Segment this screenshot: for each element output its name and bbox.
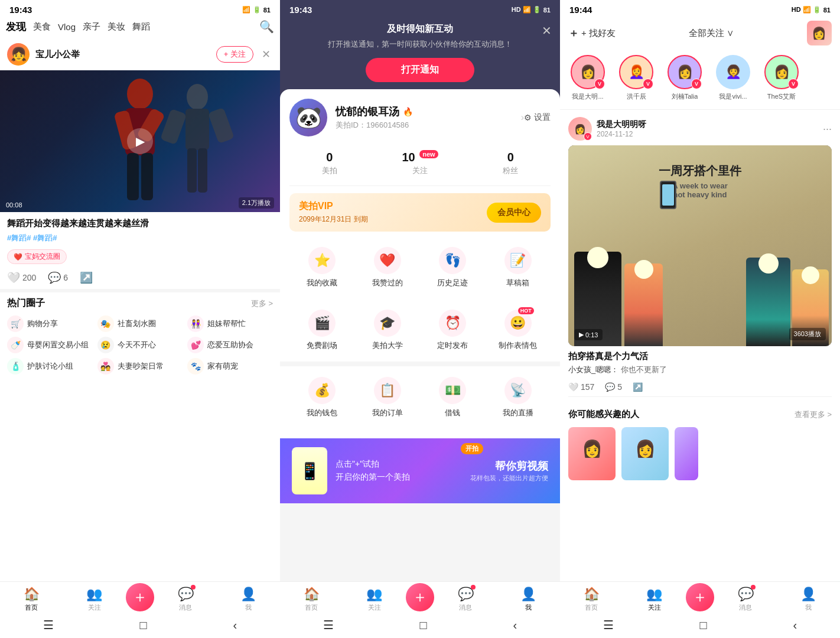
list-item[interactable]: 🧴 护肤讨论小组 [7, 358, 93, 375]
home-gesture-icon-2[interactable]: □ [420, 619, 427, 632]
hot-circles-section: 热门圈子 更多 > 🛒 购物分享 🎭 社畜划水圈 👭 姐妹帮帮忙 🍼 母婴闲置交… [0, 289, 280, 377]
create-button-2[interactable]: ＋ [406, 583, 434, 611]
p3-post-header: 👩 V 我是大明明呀 2024-11-12 ··· [568, 117, 832, 141]
menu-item-liked[interactable]: ❤️ 我赞过的 [355, 239, 421, 297]
menu-item-live[interactable]: 📡 我的直播 [486, 369, 551, 427]
menu-item-favorites[interactable]: ⭐ 我的收藏 [289, 239, 355, 297]
suggest-card-1[interactable]: 👩 [621, 427, 669, 480]
nav-message-2[interactable]: 💬 消息 [434, 587, 497, 612]
p3-play-btn[interactable]: ▶ 0:13 [574, 329, 603, 340]
nav-follow-3[interactable]: 👥 关注 [623, 587, 686, 612]
p3-view-count: 3603播放 [789, 328, 826, 340]
p3-like-action[interactable]: 🤍 157 [568, 382, 594, 392]
close-icon[interactable]: ✕ [259, 45, 273, 63]
p3-share-action[interactable]: ↗️ [633, 382, 643, 392]
p3-avatar-item-1[interactable]: 👩‍🦰 V 洪千辰 [612, 55, 660, 101]
stat-meipai[interactable]: 0 美拍 [322, 151, 337, 176]
share-action[interactable]: ↗️ [80, 271, 93, 284]
post-video-thumbnail[interactable]: ▶ 00:08 2.1万播放 [0, 70, 280, 212]
tab-beauty[interactable]: 美妆 [108, 21, 125, 32]
list-item[interactable]: 💕 恋爱互助协会 [187, 337, 273, 353]
circle-icon-pet: 🐾 [187, 358, 204, 375]
tab-parenting[interactable]: 亲子 [83, 21, 100, 32]
p3-avatar-item-2[interactable]: 👩 V 刘楠Talia [660, 55, 709, 101]
more-options-icon[interactable]: ··· [823, 123, 832, 135]
back-icon-2[interactable]: ‹ [513, 619, 517, 632]
plus-icon-2: ＋ [412, 587, 428, 607]
p3-like-count: 157 [581, 382, 594, 392]
play-button[interactable]: ▶ [127, 128, 153, 154]
promo-text: 点击"+"试拍 开启你的第一个美拍 [336, 459, 410, 483]
open-notification-button[interactable]: 打开通知 [366, 58, 474, 82]
tab-vlog[interactable]: Vlog [58, 22, 76, 32]
menu-item-wallet[interactable]: 💰 我的钱包 [289, 369, 355, 427]
nav-profile-3[interactable]: 👤 我 [777, 587, 841, 612]
nav-follow[interactable]: 👥 关注 [63, 587, 126, 612]
create-button[interactable]: ＋ [126, 583, 154, 611]
tab-food[interactable]: 美食 [33, 21, 51, 32]
find-friend-button[interactable]: ＋ + 找好友 [568, 26, 616, 40]
banner-close-icon[interactable]: ✕ [542, 24, 552, 38]
menu-item-emoji[interactable]: 😀 HOT 制作表情包 [486, 301, 551, 359]
menu-item-schedule[interactable]: ⏰ 定时发布 [420, 301, 486, 359]
follow-all-button[interactable]: 全部关注 ∨ [689, 28, 734, 39]
tab-discover[interactable]: 发现 [6, 20, 26, 34]
nav-message-3[interactable]: 💬 消息 [714, 587, 777, 612]
nav-home-3[interactable]: 🏠 首页 [560, 587, 623, 612]
system-nav-bar-3: ☰ □ ‹ [560, 614, 840, 638]
tab-dance[interactable]: 舞蹈 [132, 21, 150, 32]
menu-icon[interactable]: ☰ [43, 618, 54, 632]
search-icon[interactable]: 🔍 [259, 19, 274, 34]
list-item[interactable]: 💑 夫妻吵架日常 [97, 358, 183, 375]
stat-following[interactable]: 10 new 关注 [402, 151, 438, 176]
p3-avatar-item-3[interactable]: 👩‍🦱 我是vivi... [709, 55, 757, 101]
p3-avatar-name-1: 洪千辰 [627, 92, 646, 101]
nav-profile-2[interactable]: 👤 我 [497, 587, 561, 612]
back-icon[interactable]: ‹ [233, 619, 237, 632]
menu-icon-3[interactable]: ☰ [603, 618, 614, 632]
list-item[interactable]: 😢 今天不开心 [97, 337, 183, 353]
see-more-link[interactable]: 查看更多 > [795, 409, 832, 420]
list-item[interactable]: 🛒 购物分享 [7, 315, 93, 332]
back-icon-3[interactable]: ‹ [793, 619, 797, 632]
post-tags[interactable]: #舞蹈# #舞蹈# [0, 232, 280, 247]
nav-profile[interactable]: 👤 我 [217, 587, 281, 612]
follow-button[interactable]: + 关注 [216, 46, 253, 63]
p3-comment-action[interactable]: 💬 5 [605, 382, 622, 392]
comment-action[interactable]: 💬 6 [48, 271, 68, 284]
panel-following: 19:44 HD 📶 🔋 81 ＋ + 找好友 全部关注 ∨ 👩 👩 V 我是大… [560, 0, 840, 638]
p3-avatar-item-0[interactable]: 👩 V 我是大明... [564, 55, 612, 101]
create-button-3[interactable]: ＋ [686, 583, 714, 611]
menu-item-history[interactable]: 👣 历史足迹 [420, 239, 486, 297]
menu-icon-2[interactable]: ☰ [323, 618, 334, 632]
menu-item-theater[interactable]: 🎬 免费剧场 [289, 301, 355, 359]
menu-item-orders[interactable]: 📋 我的订单 [355, 369, 421, 427]
list-item[interactable]: 🐾 家有萌宠 [187, 358, 273, 375]
verified-badge-2: V [691, 79, 702, 89]
stat-fans[interactable]: 0 粉丝 [503, 151, 518, 176]
nav-follow-2[interactable]: 👥 关注 [343, 587, 406, 612]
circle-tag[interactable]: ❤️ 宝妈交流圈 [7, 249, 67, 264]
p3-avatar-item-4[interactable]: 👩 V TheS艾斯 [757, 55, 806, 101]
menu-item-loan[interactable]: 💵 借钱 [420, 369, 486, 427]
suggest-card-2[interactable] [675, 427, 698, 480]
promo-banner[interactable]: 📱 点击"+"试拍 开启你的第一个美拍 帮你剪视频 花样包装，还能出片超方便 开… [280, 438, 560, 503]
list-item[interactable]: 🍼 母婴闲置交易小组 [7, 337, 93, 353]
p3-post-actions: 🤍 157 💬 5 ↗️ [568, 380, 832, 397]
theater-label: 免费剧场 [307, 340, 337, 351]
list-item[interactable]: 👭 姐妹帮帮忙 [187, 315, 273, 332]
settings-button[interactable]: ⚙ 设置 [524, 112, 551, 123]
member-center-button[interactable]: 会员中心 [487, 203, 541, 223]
nav-home-2[interactable]: 🏠 首页 [280, 587, 343, 612]
home-gesture-icon-3[interactable]: □ [700, 619, 707, 632]
menu-item-university[interactable]: 🎓 美拍大学 [355, 301, 421, 359]
suggest-card-0[interactable]: 👩 [568, 427, 616, 480]
list-item[interactable]: 🎭 社畜划水圈 [97, 315, 183, 332]
like-action[interactable]: 🤍 200 [7, 271, 36, 284]
home-gesture-icon[interactable]: □ [140, 619, 147, 632]
menu-item-draft[interactable]: 📝 草稿箱 [486, 239, 551, 297]
top-right-avatar[interactable]: 👩 [807, 21, 832, 45]
more-link[interactable]: 更多 > [251, 298, 273, 309]
nav-message[interactable]: 💬 消息 [154, 587, 217, 612]
nav-home[interactable]: 🏠 首页 [0, 587, 63, 612]
